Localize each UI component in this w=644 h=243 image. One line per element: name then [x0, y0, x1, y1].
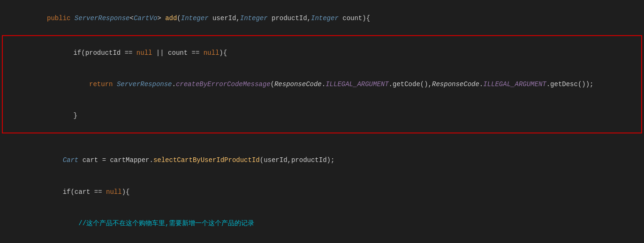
code-line-8: //这个产品不在这个购物车里,需要新增一个这个产品的记录 — [0, 207, 644, 239]
highlighted-block: if(productId == null || count == null){ … — [2, 35, 642, 133]
code-line-1: public ServerResponse<CartVo> add(Intege… — [0, 3, 644, 34]
code-line-7: if(cart == null){ — [0, 176, 644, 207]
code-line-3: return ServerResponse.createByErrorCodeM… — [3, 68, 641, 100]
code-line-4: } — [3, 100, 641, 132]
code-line-6: Cart cart = cartMapper.selectCartByUserI… — [0, 145, 644, 176]
code-editor: public ServerResponse<CartVo> add(Intege… — [0, 0, 644, 243]
code-line-9: Cart cartItem = new Cart(); — [0, 239, 644, 243]
code-line-5 — [0, 134, 644, 145]
code-line-2: if(productId == null || count == null){ — [3, 37, 641, 68]
